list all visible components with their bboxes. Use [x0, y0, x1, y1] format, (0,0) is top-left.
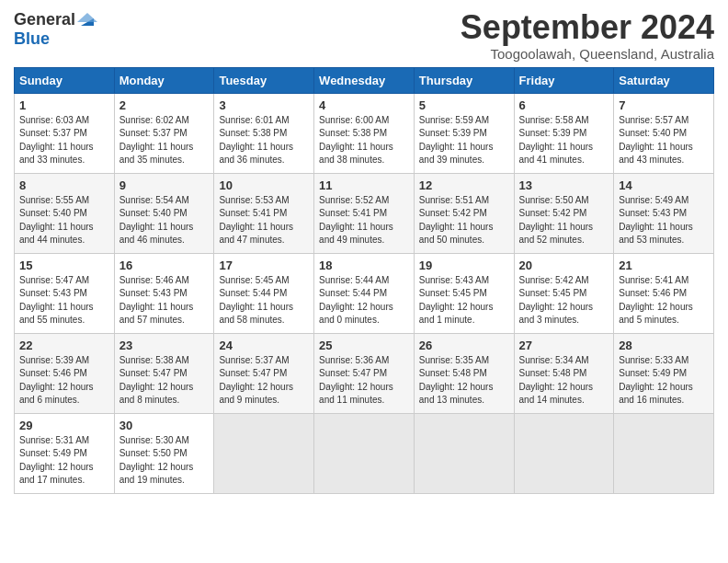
- day-number: 13: [519, 178, 609, 192]
- day-info: Sunrise: 6:02 AM Sunset: 5:37 PM Dayligh…: [119, 114, 210, 167]
- week-row-4: 22Sunrise: 5:39 AM Sunset: 5:46 PM Dayli…: [15, 333, 714, 413]
- day-info: Sunrise: 5:59 AM Sunset: 5:39 PM Dayligh…: [419, 114, 509, 167]
- calendar-cell: 19Sunrise: 5:43 AM Sunset: 5:45 PM Dayli…: [414, 253, 514, 333]
- weekday-header-sunday: Sunday: [15, 67, 115, 93]
- calendar-cell: 11Sunrise: 5:52 AM Sunset: 5:41 PM Dayli…: [314, 173, 415, 253]
- day-info: Sunrise: 5:54 AM Sunset: 5:40 PM Dayligh…: [119, 194, 210, 247]
- day-number: 6: [519, 98, 609, 112]
- day-number: 10: [219, 178, 309, 192]
- calendar-cell: 17Sunrise: 5:45 AM Sunset: 5:44 PM Dayli…: [214, 253, 314, 333]
- day-number: 1: [19, 98, 109, 112]
- day-info: Sunrise: 5:49 AM Sunset: 5:43 PM Dayligh…: [619, 194, 709, 247]
- calendar-table: SundayMondayTuesdayWednesdayThursdayFrid…: [14, 67, 714, 494]
- day-info: Sunrise: 6:01 AM Sunset: 5:38 PM Dayligh…: [219, 114, 309, 167]
- calendar-cell: 26Sunrise: 5:35 AM Sunset: 5:48 PM Dayli…: [414, 333, 514, 413]
- calendar-cell: 24Sunrise: 5:37 AM Sunset: 5:47 PM Dayli…: [214, 333, 314, 413]
- day-number: 30: [119, 419, 210, 432]
- day-info: Sunrise: 5:34 AM Sunset: 5:48 PM Dayligh…: [519, 354, 609, 408]
- calendar-cell: [214, 413, 314, 493]
- calendar-cell: 13Sunrise: 5:50 AM Sunset: 5:42 PM Dayli…: [514, 173, 614, 253]
- logo-icon: [77, 9, 97, 29]
- day-info: Sunrise: 5:33 AM Sunset: 5:49 PM Dayligh…: [619, 354, 709, 408]
- day-number: 8: [19, 178, 109, 192]
- day-number: 19: [419, 259, 509, 272]
- logo: General Blue: [14, 9, 97, 49]
- day-info: Sunrise: 5:52 AM Sunset: 5:41 PM Dayligh…: [319, 194, 409, 247]
- day-number: 27: [519, 339, 609, 352]
- week-row-3: 15Sunrise: 5:47 AM Sunset: 5:43 PM Dayli…: [15, 253, 714, 333]
- day-number: 9: [119, 178, 210, 192]
- calendar-cell: 16Sunrise: 5:46 AM Sunset: 5:43 PM Dayli…: [114, 253, 214, 333]
- day-info: Sunrise: 6:00 AM Sunset: 5:38 PM Dayligh…: [319, 114, 409, 167]
- day-info: Sunrise: 5:50 AM Sunset: 5:42 PM Dayligh…: [519, 194, 609, 247]
- day-info: Sunrise: 5:46 AM Sunset: 5:43 PM Dayligh…: [119, 274, 210, 327]
- calendar-cell: 10Sunrise: 5:53 AM Sunset: 5:41 PM Dayli…: [214, 173, 314, 253]
- day-number: 22: [19, 339, 109, 352]
- calendar-cell: 1Sunrise: 6:03 AM Sunset: 5:37 PM Daylig…: [15, 93, 115, 173]
- week-row-2: 8Sunrise: 5:55 AM Sunset: 5:40 PM Daylig…: [15, 173, 714, 253]
- day-number: 24: [219, 339, 309, 352]
- calendar-cell: 4Sunrise: 6:00 AM Sunset: 5:38 PM Daylig…: [314, 93, 415, 173]
- calendar-cell: 6Sunrise: 5:58 AM Sunset: 5:39 PM Daylig…: [514, 93, 614, 173]
- weekday-header-monday: Monday: [114, 67, 214, 93]
- calendar-cell: [414, 413, 514, 493]
- calendar-cell: 28Sunrise: 5:33 AM Sunset: 5:49 PM Dayli…: [614, 333, 714, 413]
- day-number: 12: [419, 178, 509, 192]
- weekday-header-row: SundayMondayTuesdayWednesdayThursdayFrid…: [15, 67, 714, 93]
- calendar-cell: 23Sunrise: 5:38 AM Sunset: 5:47 PM Dayli…: [114, 333, 214, 413]
- calendar-cell: 21Sunrise: 5:41 AM Sunset: 5:46 PM Dayli…: [614, 253, 714, 333]
- weekday-header-friday: Friday: [514, 67, 614, 93]
- calendar-cell: 3Sunrise: 6:01 AM Sunset: 5:38 PM Daylig…: [214, 93, 314, 173]
- day-info: Sunrise: 5:42 AM Sunset: 5:45 PM Dayligh…: [519, 274, 609, 327]
- logo-blue-text: Blue: [14, 29, 50, 49]
- calendar-cell: 25Sunrise: 5:36 AM Sunset: 5:47 PM Dayli…: [314, 333, 415, 413]
- day-number: 3: [219, 98, 309, 112]
- day-number: 11: [319, 178, 409, 192]
- svg-marker-1: [77, 13, 97, 22]
- day-number: 18: [319, 259, 409, 272]
- day-info: Sunrise: 5:58 AM Sunset: 5:39 PM Dayligh…: [519, 114, 609, 167]
- day-number: 28: [619, 339, 709, 352]
- calendar-cell: 5Sunrise: 5:59 AM Sunset: 5:39 PM Daylig…: [414, 93, 514, 173]
- day-number: 17: [219, 259, 309, 272]
- day-info: Sunrise: 5:45 AM Sunset: 5:44 PM Dayligh…: [219, 274, 309, 327]
- calendar-cell: 27Sunrise: 5:34 AM Sunset: 5:48 PM Dayli…: [514, 333, 614, 413]
- calendar-cell: 20Sunrise: 5:42 AM Sunset: 5:45 PM Dayli…: [514, 253, 614, 333]
- day-number: 20: [519, 259, 609, 272]
- day-info: Sunrise: 6:03 AM Sunset: 5:37 PM Dayligh…: [19, 114, 109, 167]
- day-info: Sunrise: 5:57 AM Sunset: 5:40 PM Dayligh…: [619, 114, 709, 167]
- calendar-cell: 30Sunrise: 5:30 AM Sunset: 5:50 PM Dayli…: [114, 413, 214, 493]
- day-info: Sunrise: 5:30 AM Sunset: 5:50 PM Dayligh…: [119, 434, 210, 488]
- calendar-cell: 8Sunrise: 5:55 AM Sunset: 5:40 PM Daylig…: [15, 173, 115, 253]
- page-header: General Blue September 2024 Toogoolawah,…: [14, 9, 714, 62]
- day-number: 16: [119, 259, 210, 272]
- calendar-cell: [314, 413, 415, 493]
- calendar-cell: 14Sunrise: 5:49 AM Sunset: 5:43 PM Dayli…: [614, 173, 714, 253]
- day-info: Sunrise: 5:55 AM Sunset: 5:40 PM Dayligh…: [19, 194, 109, 247]
- calendar-cell: 2Sunrise: 6:02 AM Sunset: 5:37 PM Daylig…: [114, 93, 214, 173]
- title-block: September 2024 Toogoolawah, Queensland, …: [461, 9, 714, 62]
- day-number: 14: [619, 178, 709, 192]
- weekday-header-saturday: Saturday: [614, 67, 714, 93]
- calendar-cell: 15Sunrise: 5:47 AM Sunset: 5:43 PM Dayli…: [15, 253, 115, 333]
- calendar-cell: 9Sunrise: 5:54 AM Sunset: 5:40 PM Daylig…: [114, 173, 214, 253]
- day-info: Sunrise: 5:31 AM Sunset: 5:49 PM Dayligh…: [19, 434, 109, 488]
- day-number: 5: [419, 98, 509, 112]
- day-info: Sunrise: 5:39 AM Sunset: 5:46 PM Dayligh…: [19, 354, 109, 408]
- day-info: Sunrise: 5:44 AM Sunset: 5:44 PM Dayligh…: [319, 274, 409, 327]
- calendar-cell: [614, 413, 714, 493]
- weekday-header-tuesday: Tuesday: [214, 67, 314, 93]
- logo-general-text: General: [14, 10, 75, 29]
- day-number: 23: [119, 339, 210, 352]
- day-info: Sunrise: 5:36 AM Sunset: 5:47 PM Dayligh…: [319, 354, 409, 408]
- calendar-cell: [514, 413, 614, 493]
- day-number: 21: [619, 259, 709, 272]
- day-number: 26: [419, 339, 509, 352]
- week-row-5: 29Sunrise: 5:31 AM Sunset: 5:49 PM Dayli…: [15, 413, 714, 493]
- day-number: 2: [119, 98, 210, 112]
- calendar-cell: 12Sunrise: 5:51 AM Sunset: 5:42 PM Dayli…: [414, 173, 514, 253]
- day-number: 15: [19, 259, 109, 272]
- calendar-cell: 7Sunrise: 5:57 AM Sunset: 5:40 PM Daylig…: [614, 93, 714, 173]
- day-info: Sunrise: 5:51 AM Sunset: 5:42 PM Dayligh…: [419, 194, 509, 247]
- week-row-1: 1Sunrise: 6:03 AM Sunset: 5:37 PM Daylig…: [15, 93, 714, 173]
